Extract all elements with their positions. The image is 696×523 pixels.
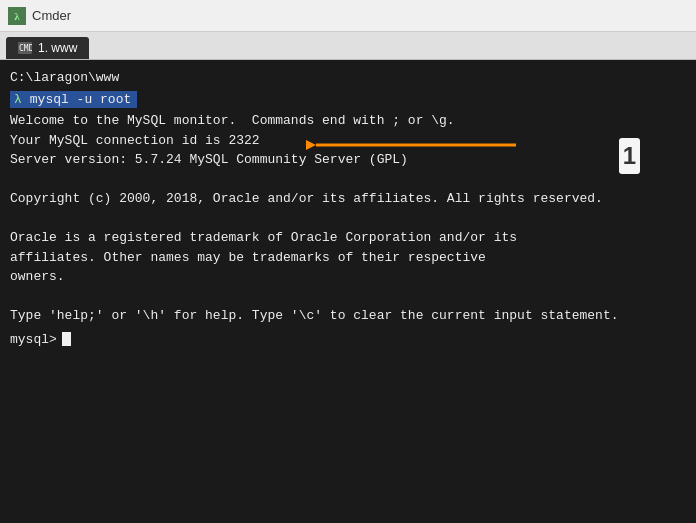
command-text: mysql -u root [26, 91, 137, 108]
tab-bar: CMD 1. www [0, 32, 696, 60]
mysql-prompt-line: mysql> [10, 330, 686, 350]
svg-text:CMD: CMD [19, 44, 32, 53]
app-icon-letter: λ [14, 10, 19, 22]
command-prompt: λ [10, 91, 26, 108]
tab-icon: CMD [18, 42, 32, 54]
terminal-area[interactable]: C:\laragon\www λmysql -u root 1 Welcome … [0, 60, 696, 523]
mysql-prompt: mysql> [10, 330, 57, 350]
app-icon: λ [8, 7, 26, 25]
app-title: Cmder [32, 8, 71, 23]
title-bar: λ Cmder [0, 0, 696, 32]
cursor [61, 330, 71, 350]
terminal-path: C:\laragon\www [10, 68, 686, 88]
annotation-arrow [306, 134, 526, 156]
annotation-number: 1 [619, 138, 640, 174]
command-line: λmysql -u root [10, 90, 137, 110]
tab-1[interactable]: CMD 1. www [6, 37, 89, 59]
tab-label: 1. www [38, 41, 77, 55]
